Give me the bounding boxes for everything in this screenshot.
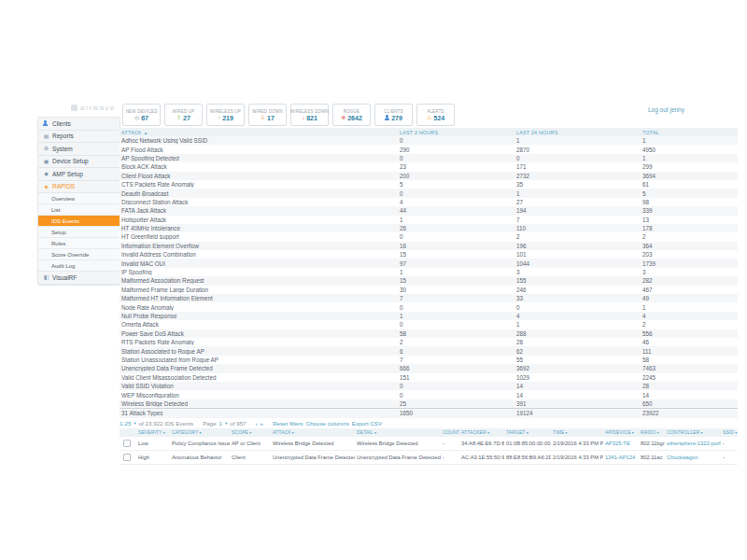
count-cell: 666 xyxy=(400,365,516,371)
attack-name-cell: Hotspotter Attack xyxy=(120,217,400,223)
table-row[interactable]: Valid Client Misassociation Detected1511… xyxy=(120,373,738,382)
table-row[interactable]: Disconnect Station Attack42798 xyxy=(120,198,738,206)
summary-box-rogue[interactable]: ROGUE⊗2642 xyxy=(332,104,371,126)
table-row[interactable]: Power Save DoS Attack58288556 xyxy=(120,329,738,338)
summary-box-alerts[interactable]: ALERTS⚠524 xyxy=(416,104,455,126)
chevron-down-icon: ▾ xyxy=(198,430,201,435)
table-row[interactable]: Null Probe Response144 xyxy=(120,312,738,320)
sidebar-subitem-rules[interactable]: Rules xyxy=(38,238,120,249)
table-row[interactable]: HT Greenfield support022 xyxy=(120,232,738,241)
choose-columns-link[interactable]: Choose columns xyxy=(306,420,349,427)
table-row[interactable]: RTS Packets Rate Anomaly22846 xyxy=(120,338,738,346)
row-checkbox[interactable] xyxy=(123,440,131,447)
table-row[interactable]: Invalid Address Combination15101203 xyxy=(120,250,738,259)
table-row[interactable]: Deauth Broadcast015 xyxy=(120,189,738,197)
table-row[interactable]: Malformed Association Request15155282 xyxy=(120,276,738,285)
table-row[interactable]: CTS Packets Rate Anomaly53561 xyxy=(120,180,738,189)
sidebar-subitem-setup[interactable]: Setup xyxy=(38,227,120,238)
table-row[interactable]: Hotspotter Attack1713 xyxy=(120,216,738,224)
sidebar-item-rapids[interactable]: ◈RAPIDS xyxy=(38,181,120,194)
table-row[interactable]: AP Spoofing Detected001 xyxy=(120,154,738,162)
summary-box-wireless-up[interactable]: WIRELESS UP↑219 xyxy=(206,104,245,126)
count-cell: 28 xyxy=(642,383,738,389)
reset-filters-link[interactable]: Reset filters xyxy=(273,420,303,427)
page-number-select[interactable]: 1 xyxy=(219,420,222,427)
count-cell: 4 xyxy=(400,199,516,205)
row-checkbox[interactable] xyxy=(123,454,131,461)
table-row[interactable]: Malformed Frame Large Duration30246467 xyxy=(120,286,738,294)
attack-name-cell: Unencrypted Data Frame Detected xyxy=(120,365,400,371)
sidebar-item-visualrf[interactable]: ◧VisualRF xyxy=(38,272,120,285)
table-row[interactable]: Station Unassociated from Rogue AP75558 xyxy=(120,356,738,364)
table-row[interactable]: WEP Misconfiguration01414 xyxy=(120,390,738,399)
column-header-attacker[interactable]: ATTACKER ▾ xyxy=(459,429,504,435)
column-header-radio[interactable]: RADIO ▾ xyxy=(639,429,665,435)
column-header-scope[interactable]: SCOPE ▾ xyxy=(230,429,271,435)
column-header-target[interactable]: TARGET ▾ xyxy=(504,429,551,435)
export-csv-link[interactable]: Export CSV xyxy=(352,420,382,427)
table-row[interactable]: Information Element Overflow16196364 xyxy=(120,242,738,250)
count-cell: 299 xyxy=(642,163,738,170)
summary-box-value: ⊗2642 xyxy=(341,115,362,121)
column-header-count[interactable]: COUNT xyxy=(441,429,459,435)
next-page-button[interactable]: › xyxy=(256,420,258,427)
event-link-cell[interactable]: 1341-AP124 xyxy=(603,455,639,460)
column-header-time[interactable]: TIME ▾ xyxy=(551,429,603,435)
table-row[interactable]: Valid SSID Violation01428 xyxy=(120,382,738,390)
summary-box-wired-down[interactable]: WIRED DOWN⇩17 xyxy=(248,104,287,126)
column-header-attack[interactable]: ATTACK▲ xyxy=(120,130,400,135)
sidebar-item-reports[interactable]: ▤Reports xyxy=(38,131,120,144)
event-cell: - xyxy=(721,455,738,460)
table-row[interactable]: Unencrypted Data Frame Detected666369274… xyxy=(120,364,738,372)
summary-box-wireless-down[interactable]: WIRELESS DOWN↓821 xyxy=(290,104,329,126)
sidebar-subitem-overview[interactable]: Overview xyxy=(38,193,120,204)
count-cell: 1 xyxy=(400,217,516,223)
table-row[interactable]: IP Spoofing133 xyxy=(120,268,738,276)
event-row[interactable]: LowPolicy Compliance IssueAP or ClientWi… xyxy=(120,437,738,451)
column-header-detail[interactable]: DETAIL ▾ xyxy=(355,429,441,435)
rows-per-page-select[interactable]: 1-25 xyxy=(120,420,131,427)
table-row[interactable]: Invalid MAC OUI9710441739 xyxy=(120,259,738,267)
sidebar-subitem-audit-log[interactable]: Audit Log xyxy=(38,260,120,272)
table-row[interactable]: Wireless Bridge Detected25391650 xyxy=(120,399,738,408)
column-header-category[interactable]: CATEGORY ▾ xyxy=(170,429,230,435)
summary-box-wired-up[interactable]: WIRED UP⇧27 xyxy=(164,104,203,126)
event-row[interactable]: HighAnomalous BehaviorClientUnencrypted … xyxy=(120,451,738,465)
table-row[interactable]: Malformed HT Information Element73349 xyxy=(120,294,738,302)
sidebar-subitem-list[interactable]: List xyxy=(38,204,120,216)
sidebar-item-device-setup[interactable]: ▣Device Setup xyxy=(38,156,120,169)
sidebar-item-amp-setup[interactable]: ◆AMP Setup xyxy=(38,168,120,181)
summary-box-clients[interactable]: CLIENTS279 xyxy=(374,104,413,126)
count-cell: 98 xyxy=(642,199,738,205)
column-header-ap-device[interactable]: AP/DEVICE ▾ xyxy=(603,429,639,435)
table-row[interactable]: Node Rate Anomaly001 xyxy=(120,302,738,311)
column-header-severity[interactable]: SEVERITY ▾ xyxy=(136,429,170,435)
event-link-cell[interactable]: AP325-TE xyxy=(603,441,639,446)
sidebar-subitem-score-override[interactable]: Score Override xyxy=(38,249,120,260)
logout-link[interactable]: Log out jenny xyxy=(648,106,684,113)
summary-box-new-devices[interactable]: NEW DEVICES◎67 xyxy=(122,104,161,126)
summary-box-count: 17 xyxy=(267,115,275,121)
sidebar-subitem-ids-events[interactable]: IDS Events xyxy=(38,216,120,227)
table-row[interactable]: Omerta Attack012 xyxy=(120,320,738,329)
table-row[interactable]: Station Associated to Rogue AP662111 xyxy=(120,346,738,355)
event-link-cell[interactable]: ethersphere-1322-porfidio xyxy=(665,441,721,446)
column-header-controller[interactable]: CONTROLLER ▾ xyxy=(665,429,721,435)
column-header-ssid[interactable]: SSID ▾ xyxy=(721,429,738,435)
count-cell: 13 xyxy=(642,217,738,223)
table-row[interactable]: Client Flood Attack20027323694 xyxy=(120,172,738,180)
table-row[interactable]: FATA Jack Attack44194339 xyxy=(120,206,738,215)
column-header-last-24-hours[interactable]: LAST 24 HOURS xyxy=(516,130,642,135)
sidebar-item-clients[interactable]: Clients xyxy=(38,118,120,131)
column-header-attack[interactable]: ATTACK ▾ xyxy=(271,429,355,435)
count-cell: 25 xyxy=(400,400,516,407)
table-row[interactable]: Block ACK Attack23171299 xyxy=(120,162,738,171)
table-row[interactable]: HT 40MHz Intolerance26110178 xyxy=(120,224,738,232)
sidebar-item-system[interactable]: ⚙System xyxy=(38,143,120,156)
column-header-last-2-hours[interactable]: LAST 2 HOURS xyxy=(400,130,516,135)
event-link-cell[interactable]: Chuckwagon xyxy=(665,455,721,460)
column-header-total[interactable]: TOTAL xyxy=(642,130,738,135)
last-page-button[interactable]: » xyxy=(261,420,263,427)
table-row[interactable]: AP Flood Attack29028704950 xyxy=(120,145,738,153)
table-row[interactable]: Adhoc Network Using Valid SSID011 xyxy=(120,136,738,145)
